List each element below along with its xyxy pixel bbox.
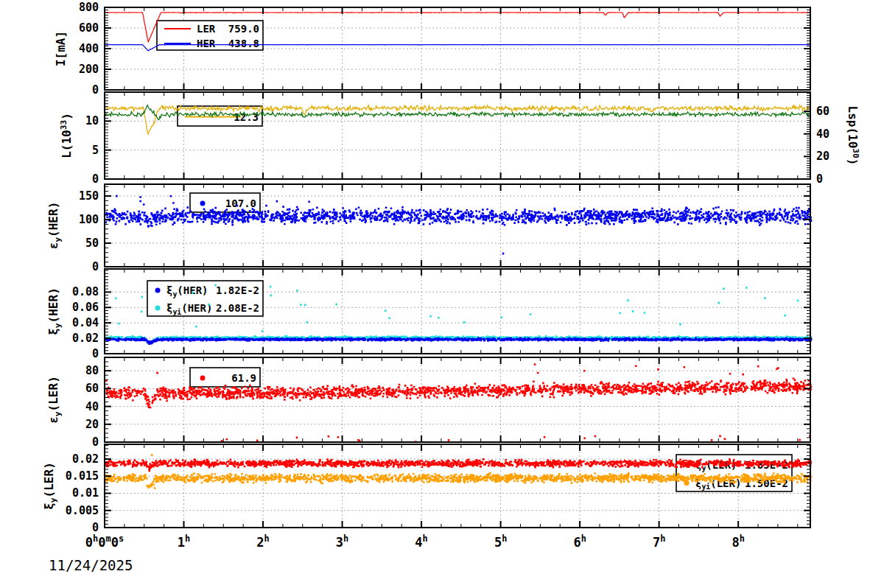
svg-text:10: 10 bbox=[85, 114, 99, 127]
svg-text:I[mA]: I[mA] bbox=[54, 31, 68, 66]
svg-text:2h: 2h bbox=[256, 533, 269, 550]
svg-text:0h0m0s: 0h0m0s bbox=[85, 533, 124, 550]
svg-text:3h: 3h bbox=[336, 533, 348, 550]
panel-luminosity: 12.305100204060L(1033)Lsp(1030) bbox=[59, 92, 861, 186]
svg-text:0.02: 0.02 bbox=[72, 452, 99, 466]
gridlines bbox=[105, 92, 810, 179]
svg-text:0: 0 bbox=[92, 521, 99, 534]
svg-text:800: 800 bbox=[79, 1, 99, 14]
svg-text:80: 80 bbox=[85, 364, 99, 377]
svg-text:εy(HER): εy(HER) bbox=[46, 202, 63, 250]
svg-text:600: 600 bbox=[79, 21, 99, 35]
svg-text:0: 0 bbox=[92, 83, 99, 97]
panel-emittance-ler: 61.9020406080εy(LER) bbox=[46, 357, 812, 449]
svg-text:100: 100 bbox=[79, 213, 99, 226]
svg-text:61.9: 61.9 bbox=[231, 372, 256, 384]
svg-text:LER: LER bbox=[197, 23, 216, 35]
svg-text:150: 150 bbox=[79, 189, 99, 203]
svg-text:5h: 5h bbox=[494, 533, 507, 550]
svg-text:0.005: 0.005 bbox=[66, 504, 99, 517]
svg-text:ξy(HER): ξy(HER) bbox=[46, 287, 63, 335]
svg-text:6h: 6h bbox=[573, 533, 586, 550]
svg-text:1h: 1h bbox=[178, 533, 190, 550]
date-label: 11/24/2025 bbox=[49, 557, 133, 573]
svg-text:0: 0 bbox=[92, 260, 99, 273]
svg-text:0: 0 bbox=[92, 347, 99, 360]
svg-text:40: 40 bbox=[85, 400, 99, 413]
svg-text:60: 60 bbox=[85, 382, 99, 395]
svg-text:1.82E-2: 1.82E-2 bbox=[216, 284, 259, 296]
svg-text:12.3: 12.3 bbox=[234, 111, 259, 123]
svg-text:60: 60 bbox=[816, 105, 829, 118]
svg-text:50: 50 bbox=[85, 237, 99, 250]
svg-text:0.015: 0.015 bbox=[66, 469, 99, 483]
svg-text:0.08: 0.08 bbox=[72, 285, 99, 298]
svg-text:0.02: 0.02 bbox=[72, 332, 99, 345]
panel-beambeam-her: ξy(HER)1.82E-2ξyi(HER)2.08E-200.020.040.… bbox=[46, 269, 813, 360]
svg-text:107.0: 107.0 bbox=[225, 197, 256, 209]
svg-text:400: 400 bbox=[79, 42, 99, 55]
svg-text:0: 0 bbox=[92, 435, 99, 449]
svg-text:20: 20 bbox=[816, 150, 829, 163]
svg-text:εy(LER): εy(LER) bbox=[46, 376, 63, 424]
svg-text:0: 0 bbox=[816, 172, 823, 186]
accelerator-monitor-screen: LER759.0HER438.80200400600800I[mA]12.305… bbox=[0, 0, 884, 588]
svg-text:7h: 7h bbox=[653, 533, 665, 550]
legend-beambeam-her: ξy(HER)1.82E-2ξyi(HER)2.08E-2 bbox=[147, 281, 263, 316]
svg-text:20: 20 bbox=[85, 418, 99, 431]
legend-beam-current: LER759.0HER438.8 bbox=[157, 21, 263, 50]
panel-frame bbox=[105, 92, 810, 179]
svg-text:ξy(LER): ξy(LER) bbox=[42, 462, 58, 510]
svg-text:8h: 8h bbox=[732, 533, 744, 550]
legend-emittance-ler: 61.9 bbox=[190, 368, 260, 387]
legend-emittance-her: 107.0 bbox=[190, 193, 260, 212]
panel-beambeam-ler: ξy(LER)1.85E-2ξyi(LER)1.50E-200.0050.010… bbox=[42, 444, 812, 534]
svg-text:759.0: 759.0 bbox=[228, 23, 259, 35]
svg-text:2.08E-2: 2.08E-2 bbox=[216, 302, 259, 314]
svg-text:0.06: 0.06 bbox=[72, 301, 99, 314]
panel-beam-current: LER759.0HER438.80200400600800I[mA] bbox=[54, 1, 810, 97]
svg-text:Lsp(1030): Lsp(1030) bbox=[846, 106, 860, 166]
svg-text:200: 200 bbox=[79, 63, 99, 76]
svg-text:L(1033): L(1033) bbox=[59, 113, 74, 158]
svg-text:4h: 4h bbox=[415, 533, 427, 550]
svg-text:0.04: 0.04 bbox=[72, 316, 99, 329]
panel-emittance-her: 107.0050100150εy(HER) bbox=[46, 184, 812, 273]
svg-text:HER: HER bbox=[197, 38, 216, 49]
svg-text:438.8: 438.8 bbox=[228, 38, 259, 49]
svg-text:40: 40 bbox=[816, 127, 829, 141]
svg-text:0: 0 bbox=[92, 172, 99, 186]
chart-canvas: LER759.0HER438.80200400600800I[mA]12.305… bbox=[0, 0, 884, 588]
svg-text:0.01: 0.01 bbox=[72, 486, 99, 500]
svg-text:5: 5 bbox=[92, 144, 99, 157]
series-xy(HER) bbox=[105, 337, 812, 345]
ticks bbox=[105, 92, 810, 179]
